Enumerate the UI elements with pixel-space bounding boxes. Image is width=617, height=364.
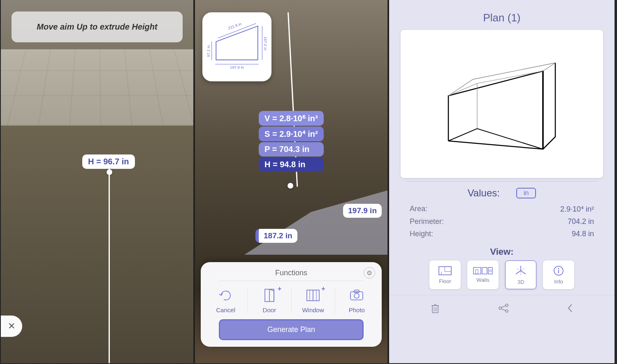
cancel-label: Cancel: [216, 306, 235, 313]
svg-rect-17: [354, 290, 359, 293]
svg-rect-22: [439, 267, 451, 275]
svg-rect-29: [476, 270, 478, 274]
back-button[interactable]: [567, 304, 573, 315]
plus-icon: +: [278, 285, 281, 293]
view-3d-button[interactable]: 3D: [505, 260, 536, 289]
delete-button[interactable]: [431, 303, 440, 316]
height-badge: H = 96.7 in: [82, 154, 135, 169]
value-row: Height:94.8 in: [410, 228, 594, 240]
undo-icon: [217, 288, 235, 303]
height-pill: H = 94.8 in: [259, 157, 324, 172]
window-label: Window: [302, 306, 324, 313]
close-button[interactable]: ✕: [1, 316, 22, 337]
svg-line-50: [501, 309, 506, 311]
chevron-left-icon: [567, 304, 573, 313]
add-door-button[interactable]: + Door: [247, 288, 291, 313]
view-info-button[interactable]: Info: [543, 260, 574, 289]
gear-icon: ⚙: [366, 269, 372, 277]
volume-pill: V = 2.8·10⁶ in³: [259, 111, 324, 126]
share-button[interactable]: [498, 303, 509, 316]
svg-text:221.9 in: 221.9 in: [227, 21, 242, 30]
svg-point-48: [506, 310, 508, 312]
photo-label: Photo: [349, 306, 365, 313]
minimap-panel[interactable]: 197.9 in 187.2 in 221.9 in 97.2 in: [202, 12, 271, 81]
svg-text:197.9 in: 197.9 in: [230, 65, 244, 69]
svg-point-38: [558, 268, 559, 269]
svg-point-30: [489, 270, 492, 272]
info-icon: [553, 265, 564, 276]
plan-title: Plan (1): [389, 0, 615, 30]
ceiling-photo-area: [0, 49, 194, 126]
photo-button[interactable]: Photo: [335, 288, 378, 313]
bottom-toolbar: [389, 295, 615, 323]
close-icon: ✕: [8, 321, 15, 332]
svg-line-35: [516, 268, 521, 271]
svg-line-32: [521, 271, 526, 274]
perimeter-pill: P = 704.3 in: [259, 142, 324, 157]
view-floor-button[interactable]: Floor: [429, 260, 461, 289]
measurement-stack: V = 2.8·10⁶ in³ S = 2.9·10⁴ in² P = 704.…: [259, 111, 324, 173]
floor-polygon: [244, 189, 388, 255]
svg-text:97.2 in: 97.2 in: [206, 45, 211, 57]
view-mode-row: Floor Walls 3D Info: [389, 260, 615, 295]
add-window-button[interactable]: + Window: [291, 288, 335, 313]
room-3d-icon: [409, 38, 595, 170]
values-header: Values: in: [389, 182, 615, 200]
svg-rect-28: [488, 267, 492, 274]
svg-point-16: [354, 293, 359, 298]
cancel-button[interactable]: Cancel: [204, 288, 247, 313]
divider: [219, 281, 364, 281]
hint-banner: Move aim Up to extrude Height: [12, 12, 183, 42]
svg-line-20: [477, 71, 543, 83]
svg-line-34: [521, 268, 525, 271]
trash-icon: [431, 303, 440, 313]
height-line: [109, 168, 110, 363]
ar-extrude-screen: Move aim Up to extrude Height H = 96.7 i…: [0, 0, 194, 363]
values-list[interactable]: Area:2.9·10⁴ in² Perimeter:704.2 in Heig…: [389, 200, 615, 241]
svg-point-47: [506, 304, 508, 306]
camera-icon: [348, 288, 366, 303]
ar-plan-screen: 197.9 in 187.2 in 221.9 in 97.2 in V = 2…: [194, 0, 388, 363]
value-row: Area:2.9·10⁴ in²: [410, 203, 594, 216]
generate-plan-button[interactable]: Generate Plan: [219, 319, 364, 340]
value-row: Perimeter:704.2 in: [410, 216, 594, 228]
svg-text:187.2 in: 187.2 in: [263, 37, 267, 51]
view-header: View:: [389, 241, 615, 260]
functions-title: Functions ⚙: [204, 267, 378, 281]
functions-panel: Functions ⚙ Cancel + Door +: [201, 262, 382, 347]
plan-view-screen: Plan (1) Values: in Area:2.9·10⁴ in² Per…: [388, 0, 615, 363]
dim-front: 187.2 in: [255, 229, 297, 243]
floor-icon: [438, 266, 452, 276]
unit-toggle[interactable]: in: [516, 188, 536, 198]
svg-point-46: [499, 307, 501, 309]
settings-button[interactable]: ⚙: [364, 267, 375, 279]
floor-node-icon: [288, 183, 293, 189]
axis-3d-icon: [515, 265, 527, 276]
svg-line-49: [501, 306, 506, 308]
model-preview[interactable]: [401, 30, 603, 178]
door-label: Door: [263, 306, 276, 313]
walls-icon: [473, 267, 493, 274]
svg-rect-26: [473, 267, 481, 274]
dim-right: 197.9 in: [343, 204, 382, 218]
minimap-plan-icon: 197.9 in 187.2 in 221.9 in 97.2 in: [206, 16, 267, 77]
surface-pill: S = 2.9·10⁴ in²: [259, 127, 324, 141]
svg-rect-27: [482, 267, 487, 274]
share-icon: [498, 303, 509, 313]
svg-rect-15: [350, 292, 363, 300]
svg-line-33: [516, 271, 521, 274]
svg-marker-0: [216, 26, 257, 60]
view-walls-button[interactable]: Walls: [467, 260, 499, 289]
plus-icon: +: [321, 285, 325, 293]
window-icon: [304, 288, 322, 303]
door-icon: [260, 288, 278, 303]
